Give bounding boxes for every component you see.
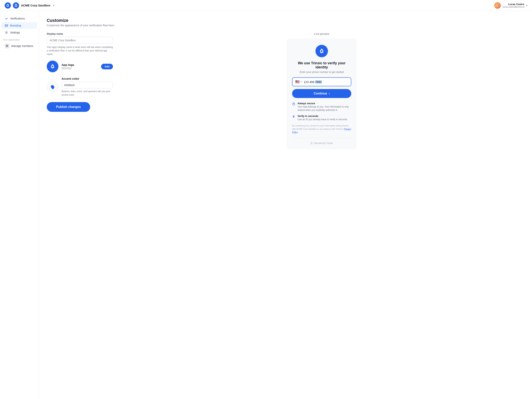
preview-logo-wrapper (292, 45, 351, 57)
footer-lock-icon (310, 142, 313, 144)
accent-color-section: Accent color Buttons, links, icons, and … (47, 77, 113, 97)
content-grid: Display name Your app's display name is … (47, 32, 524, 149)
app-logo-circle (47, 61, 58, 72)
accent-drop-icon (50, 84, 55, 89)
phone-chevron-icon: ▾ (301, 81, 302, 83)
sidebar-verifications-label: Verifications (10, 17, 25, 20)
acme-logo-icon (13, 2, 19, 9)
sidebar-item-manage-members[interactable]: M Manage members (1, 42, 37, 50)
continue-arrow-icon: › (329, 92, 330, 95)
app-logo-title: App logo (62, 63, 98, 66)
app-logo-size: 512×512 (62, 67, 98, 70)
avatar: L (494, 2, 501, 9)
preview-card: We use Trinsic to verify your identity E… (287, 39, 357, 149)
phone-highlight: 7890 (315, 80, 322, 84)
continue-button[interactable]: Continue › (292, 89, 351, 98)
publish-changes-button[interactable]: Publish changes (47, 102, 90, 112)
feature-secure-desc: Your data belongs to you. Your informati… (298, 105, 351, 112)
feature-verify-desc: Use an ID you already have to verify in … (298, 118, 348, 121)
feature-verify-text: Verify in seconds Use an ID you already … (298, 115, 348, 121)
check-icon (5, 17, 8, 20)
gear-icon (5, 31, 8, 34)
phone-number-value: 123 456 7890 (304, 80, 322, 84)
user-name: Lucas Castro (503, 3, 524, 6)
svg-rect-5 (293, 104, 295, 105)
user-email: lucas.castro@trinsic.id (503, 6, 524, 8)
lightning-icon (292, 115, 296, 118)
page-subtitle: Customize the appearance of your verific… (47, 24, 524, 27)
preview-logo-icon (318, 48, 325, 54)
preview-heading: We use Trinsic to verify your identity (292, 61, 351, 69)
form-panel: Display name Your app's display name is … (47, 32, 113, 112)
org-letter-badge: M (5, 44, 9, 48)
accent-color-input[interactable] (62, 82, 113, 89)
accent-color-info: Accent color Buttons, links, icons, and … (62, 77, 113, 97)
feature-verify-seconds: Verify in seconds Use an ID you already … (292, 115, 351, 121)
sidebar-settings-label: Settings (10, 31, 20, 34)
feature-secure-title: Always secure (298, 102, 351, 105)
preview-footer: Secured by Trinsic (292, 138, 351, 145)
main-layout: Verifications Branding Settings Your org… (0, 11, 532, 399)
app-logo-section: App logo 512×512 Add (47, 61, 113, 72)
lock-icon (292, 102, 296, 106)
display-name-field: Display name Your app's display name is … (47, 32, 113, 56)
feature-secure-text: Always secure Your data belongs to you. … (298, 102, 351, 112)
preview-subheading: Enter your phone number to get started (292, 71, 351, 73)
main-content: Customize Customize the appearance of yo… (39, 11, 532, 399)
feature-always-secure: Always secure Your data belongs to you. … (292, 102, 351, 112)
sidebar-item-verifications[interactable]: Verifications (1, 15, 37, 22)
trinsic-logo-icon (5, 2, 11, 9)
accent-color-title: Accent color (62, 77, 113, 80)
footer-secured-text: Secured by Trinsic (314, 142, 333, 145)
display-name-label: Display name (47, 32, 113, 35)
feature-verify-title: Verify in seconds (298, 115, 348, 117)
app-logo-info: App logo 512×512 (62, 63, 98, 70)
continue-label: Continue (314, 92, 327, 95)
topnav-brand-area: ACME Corp Sandbox ▾ (5, 2, 54, 9)
image-icon (5, 24, 8, 27)
add-logo-button[interactable]: Add (101, 64, 113, 69)
svg-rect-6 (311, 143, 312, 144)
accent-color-swatch (47, 81, 58, 93)
display-name-hint: Your app's display name is what users wi… (47, 45, 113, 56)
user-info: Lucas Castro lucas.castro@trinsic.id (503, 3, 524, 8)
user-chevron-icon[interactable]: ▾ (526, 4, 527, 7)
preview-logo-circle (316, 45, 328, 57)
display-name-input[interactable] (47, 37, 113, 44)
preview-panel: Live preview We use Trinsic to verify yo… (119, 32, 524, 149)
svg-point-4 (6, 32, 7, 33)
sidebar-branding-label: Branding (10, 24, 21, 27)
org-section-label: Your organization (0, 36, 39, 42)
preview-label: Live preview (119, 32, 524, 35)
manage-members-label: Manage members (11, 45, 33, 48)
top-navigation: ACME Corp Sandbox ▾ L Lucas Castro lucas… (0, 0, 532, 11)
brand-chevron-icon[interactable]: ▾ (53, 4, 54, 7)
flag-icon: 🇺🇸 (295, 80, 299, 84)
sidebar: Verifications Branding Settings Your org… (0, 11, 39, 399)
phone-input-field[interactable]: 🇺🇸 ▾ 123 456 7890 (292, 77, 351, 86)
app-logo-icon (50, 63, 56, 70)
brand-name: ACME Corp Sandbox (21, 4, 51, 7)
accent-color-hint: Buttons, links, icons, and spinners will… (62, 90, 113, 97)
consent-text-prefix: By continuing you consent to your inform… (292, 124, 348, 130)
consent-text: By continuing you consent to your inform… (292, 124, 351, 134)
page-title: Customize (47, 18, 524, 23)
sidebar-item-settings[interactable]: Settings (1, 29, 37, 36)
sidebar-item-branding[interactable]: Branding (1, 22, 37, 29)
topnav-user-area: L Lucas Castro lucas.castro@trinsic.id ▾ (494, 2, 527, 9)
